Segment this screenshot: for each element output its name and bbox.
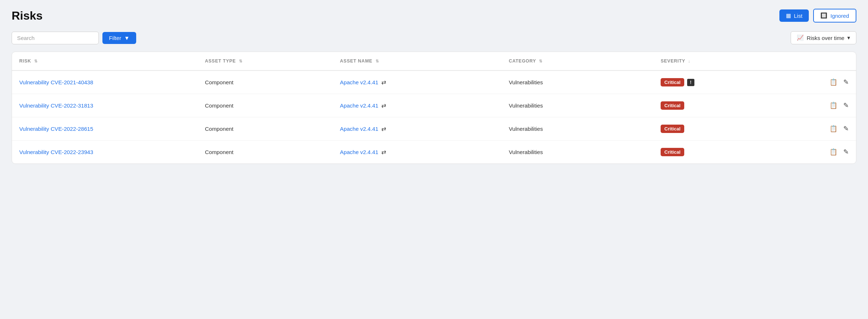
list-icon: ▦ — [786, 12, 791, 19]
toolbar: Filter ▼ 📈 Risks over time ▾ — [12, 31, 856, 44]
table-body: Vulnerability CVE-2021-40438ComponentApa… — [12, 70, 856, 163]
table-row: Vulnerability CVE-2021-40438ComponentApa… — [12, 70, 856, 94]
actions-cell: 📋✎ — [788, 70, 856, 94]
severity-cell: Critical — [653, 141, 788, 164]
diff-icon: ⇄ — [381, 102, 386, 109]
asset-name-link[interactable]: Apache v2.4.41 — [340, 79, 378, 85]
asset-name-link[interactable]: Apache v2.4.41 — [340, 126, 378, 132]
asset-type-cell: Component — [198, 70, 333, 94]
asset-type-cell: Component — [198, 141, 333, 164]
list-button[interactable]: ▦ List — [779, 9, 809, 22]
severity-badge: Critical — [661, 101, 684, 110]
clipboard-icon[interactable]: 📋 — [830, 78, 837, 86]
chart-icon: 📈 — [797, 35, 804, 41]
asset-name-cell: Apache v2.4.41⇄ — [333, 141, 502, 164]
sort-category-icon: ⇅ — [539, 59, 543, 64]
asset-name-link[interactable]: Apache v2.4.41 — [340, 149, 378, 155]
asset-name-cell: Apache v2.4.41⇄ — [333, 94, 502, 117]
ignored-icon: 🔲 — [820, 12, 827, 19]
page-title: Risks — [12, 9, 42, 23]
category-cell: Vulnerabilities — [502, 141, 653, 164]
toolbar-right: 📈 Risks over time ▾ — [791, 31, 856, 44]
severity-cell: Critical — [653, 117, 788, 141]
col-header-actions — [788, 52, 856, 70]
clipboard-icon[interactable]: 📋 — [830, 148, 837, 156]
toolbar-left: Filter ▼ — [12, 32, 136, 44]
asset-type-cell: Component — [198, 94, 333, 117]
sort-risk-icon: ⇅ — [34, 59, 38, 64]
risk-link[interactable]: Vulnerability CVE-2022-23943 — [19, 148, 190, 156]
risk-link[interactable]: Vulnerability CVE-2022-28615 — [19, 125, 190, 133]
page-header: Risks ▦ List 🔲 Ignored — [12, 9, 856, 23]
severity-badge: Critical — [661, 125, 684, 133]
table-header: RISK ⇅ ASSET TYPE ⇅ ASSET NAME ⇅ CATEGOR… — [12, 52, 856, 70]
severity-cell: Critical — [653, 94, 788, 117]
risks-over-time-button[interactable]: 📈 Risks over time ▾ — [791, 31, 856, 44]
severity-cell: Critical! — [653, 70, 788, 94]
edit-icon[interactable]: ✎ — [843, 125, 849, 133]
table-row: Vulnerability CVE-2022-28615ComponentApa… — [12, 117, 856, 141]
edit-icon[interactable]: ✎ — [843, 78, 849, 86]
clipboard-icon[interactable]: 📋 — [830, 102, 837, 109]
severity-badge: Critical — [661, 148, 684, 156]
sort-severity-icon: ↓ — [688, 59, 690, 63]
filter-arrow-icon: ▼ — [124, 35, 130, 41]
col-header-asset-name[interactable]: ASSET NAME ⇅ — [333, 52, 502, 70]
header-actions: ▦ List 🔲 Ignored — [779, 9, 856, 23]
risks-table: RISK ⇅ ASSET TYPE ⇅ ASSET NAME ⇅ CATEGOR… — [12, 52, 856, 163]
exclamation-icon: ! — [687, 79, 694, 86]
table-row: Vulnerability CVE-2022-31813ComponentApa… — [12, 94, 856, 117]
table-header-row: RISK ⇅ ASSET TYPE ⇅ ASSET NAME ⇅ CATEGOR… — [12, 52, 856, 70]
risk-link[interactable]: Vulnerability CVE-2021-40438 — [19, 78, 190, 86]
table-container: RISK ⇅ ASSET TYPE ⇅ ASSET NAME ⇅ CATEGOR… — [12, 52, 856, 164]
severity-badge: Critical — [661, 78, 684, 86]
search-input[interactable] — [12, 32, 99, 44]
actions-cell: 📋✎ — [788, 117, 856, 141]
sort-asset-name-icon: ⇅ — [376, 59, 379, 64]
edit-icon[interactable]: ✎ — [843, 102, 849, 109]
sort-asset-type-icon: ⇅ — [239, 59, 243, 64]
ignored-button[interactable]: 🔲 Ignored — [813, 9, 856, 23]
col-header-category[interactable]: CATEGORY ⇅ — [502, 52, 653, 70]
diff-icon: ⇄ — [381, 79, 386, 86]
category-cell: Vulnerabilities — [502, 70, 653, 94]
chevron-down-icon: ▾ — [847, 35, 850, 41]
actions-cell: 📋✎ — [788, 94, 856, 117]
risk-link[interactable]: Vulnerability CVE-2022-31813 — [19, 102, 190, 109]
asset-name-cell: Apache v2.4.41⇄ — [333, 117, 502, 141]
filter-button[interactable]: Filter ▼ — [102, 32, 136, 44]
asset-name-link[interactable]: Apache v2.4.41 — [340, 102, 378, 109]
edit-icon[interactable]: ✎ — [843, 148, 849, 156]
col-header-asset-type[interactable]: ASSET TYPE ⇅ — [198, 52, 333, 70]
diff-icon: ⇄ — [381, 125, 386, 132]
clipboard-icon[interactable]: 📋 — [830, 125, 837, 133]
category-cell: Vulnerabilities — [502, 117, 653, 141]
col-header-severity[interactable]: SEVERITY ↓ — [653, 52, 788, 70]
asset-name-cell: Apache v2.4.41⇄ — [333, 70, 502, 94]
table-row: Vulnerability CVE-2022-23943ComponentApa… — [12, 141, 856, 164]
asset-type-cell: Component — [198, 117, 333, 141]
actions-cell: 📋✎ — [788, 141, 856, 164]
col-header-risk[interactable]: RISK ⇅ — [12, 52, 198, 70]
category-cell: Vulnerabilities — [502, 94, 653, 117]
diff-icon: ⇄ — [381, 149, 386, 156]
